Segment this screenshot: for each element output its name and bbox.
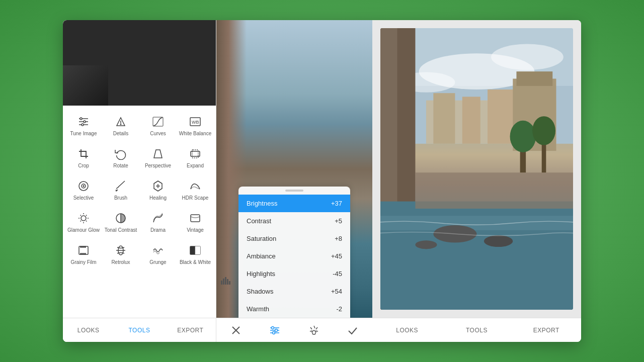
tune-button[interactable] xyxy=(265,320,285,340)
glamour-glow-icon xyxy=(76,211,91,225)
tool-glamour-label: Glamour Glow xyxy=(67,227,100,233)
svg-rect-66 xyxy=(380,216,573,230)
tool-vintage-label: Vintage xyxy=(187,227,204,233)
adj-row-ambiance[interactable]: Ambiance +45 xyxy=(238,247,350,265)
svg-point-74 xyxy=(532,116,555,145)
svg-text:WB: WB xyxy=(192,120,199,125)
drag-bar xyxy=(285,190,303,192)
left-nav-tools[interactable]: TOOLS xyxy=(114,318,165,342)
svg-rect-23 xyxy=(191,215,200,222)
tool-white-balance[interactable]: WB White Balance xyxy=(177,110,214,142)
svg-rect-36 xyxy=(225,277,226,285)
tool-rotate[interactable]: Rotate xyxy=(102,142,139,174)
adj-row-highlights[interactable]: Highlights -45 xyxy=(238,265,350,283)
adj-highlights-value: -45 xyxy=(333,270,342,278)
adj-row-shadows[interactable]: Shadows +54 xyxy=(238,283,350,300)
middle-panel: Brightness +37 Contrast +5 Saturation +8… xyxy=(216,20,372,342)
right-nav-looks[interactable]: LOOKS xyxy=(372,318,442,342)
perspective-icon xyxy=(151,147,165,161)
tool-expand-label: Expand xyxy=(187,163,204,169)
tool-perspective-label: Perspective xyxy=(145,163,171,169)
tool-expand[interactable]: Expand xyxy=(177,142,214,174)
svg-line-51 xyxy=(315,331,318,331)
adj-highlights-label: Highlights xyxy=(247,270,275,278)
svg-point-3 xyxy=(80,118,82,120)
tool-perspective[interactable]: Perspective xyxy=(139,142,177,174)
tool-details[interactable]: Details xyxy=(102,110,139,142)
rotate-icon xyxy=(114,147,128,161)
tool-brush[interactable]: Brush xyxy=(102,174,139,206)
adj-row-saturation[interactable]: Saturation +8 xyxy=(238,230,350,247)
magic-button[interactable] xyxy=(304,320,324,340)
tool-details-label: Details xyxy=(113,131,129,137)
svg-point-5 xyxy=(82,124,84,126)
curves-icon xyxy=(151,115,165,129)
adj-row-contrast[interactable]: Contrast +5 xyxy=(238,212,350,230)
grainy-film-icon xyxy=(76,243,91,257)
tool-black-white[interactable]: Black & White xyxy=(177,238,214,270)
adj-contrast-value: +5 xyxy=(335,217,342,225)
tool-grainy-label: Grainy Film xyxy=(70,259,96,265)
tool-rotate-label: Rotate xyxy=(113,163,128,169)
details-icon xyxy=(114,115,128,129)
right-nav-tools[interactable]: TOOLS xyxy=(442,318,511,342)
tool-healing-label: Healing xyxy=(149,195,167,201)
middle-bottom-nav xyxy=(216,318,372,342)
tool-selective-label: Selective xyxy=(73,195,94,201)
adj-row-warmth[interactable]: Warmth -2 xyxy=(238,300,350,318)
white-balance-icon: WB xyxy=(188,115,202,129)
healing-icon xyxy=(151,179,165,193)
tool-hdr-scape[interactable]: HDR Scape xyxy=(177,174,214,206)
brush-icon xyxy=(114,179,128,193)
adj-saturation-label: Saturation xyxy=(247,235,276,242)
svg-rect-64 xyxy=(516,71,552,86)
adj-saturation-value: +8 xyxy=(335,235,342,242)
svg-rect-38 xyxy=(229,281,230,285)
svg-point-68 xyxy=(484,235,513,247)
adj-warmth-label: Warmth xyxy=(247,305,269,313)
tool-curves[interactable]: Curves xyxy=(139,110,177,142)
adj-brightness-label: Brightness xyxy=(247,200,277,207)
tool-grainy-film[interactable]: Grainy Film xyxy=(65,238,102,270)
tool-healing[interactable]: Healing xyxy=(139,174,177,206)
svg-rect-34 xyxy=(221,281,222,285)
hdr-scape-icon xyxy=(188,179,202,193)
tool-drama[interactable]: Drama xyxy=(139,206,177,238)
left-nav-export[interactable]: EXPORT xyxy=(165,318,216,342)
tool-brush-label: Brush xyxy=(114,195,127,201)
left-nav-looks[interactable]: LOOKS xyxy=(63,318,114,342)
middle-photo-area: Brightness +37 Contrast +5 Saturation +8… xyxy=(216,20,372,318)
svg-line-47 xyxy=(314,326,315,328)
drag-handle[interactable] xyxy=(238,187,350,195)
adj-contrast-label: Contrast xyxy=(247,217,271,225)
tool-vintage[interactable]: Vintage xyxy=(177,206,214,238)
tool-grunge-label: Grunge xyxy=(149,259,166,265)
grunge-icon xyxy=(151,243,165,257)
svg-point-8 xyxy=(120,124,121,125)
svg-point-17 xyxy=(83,186,84,187)
svg-rect-29 xyxy=(83,253,84,254)
tool-drama-label: Drama xyxy=(150,227,166,233)
tool-glamour-glow[interactable]: Glamour Glow xyxy=(65,206,102,238)
black-white-icon xyxy=(188,243,202,257)
adj-row-brightness[interactable]: Brightness +37 xyxy=(238,195,350,212)
tool-retrolux[interactable]: Retrolux xyxy=(102,238,139,270)
confirm-button[interactable] xyxy=(343,320,363,340)
tool-crop[interactable]: Crop xyxy=(65,142,102,174)
preview-area xyxy=(63,20,216,106)
tool-tune-image[interactable]: Tune Image xyxy=(65,110,102,142)
svg-point-20 xyxy=(81,216,86,221)
adj-ambiance-label: Ambiance xyxy=(247,252,276,260)
tool-grunge[interactable]: Grunge xyxy=(139,238,177,270)
retrolux-icon xyxy=(114,243,128,257)
histogram-icon[interactable] xyxy=(220,276,231,287)
right-nav-export[interactable]: EXPORT xyxy=(512,318,581,342)
tool-tonal-contrast[interactable]: Tonal Contrast xyxy=(102,206,139,238)
svg-point-69 xyxy=(415,240,437,249)
svg-line-50 xyxy=(310,331,312,331)
right-photo-bg xyxy=(380,28,573,310)
cancel-button[interactable] xyxy=(226,320,246,340)
tool-selective[interactable]: Selective xyxy=(65,174,102,206)
tool-tonal-label: Tonal Contrast xyxy=(105,227,137,233)
svg-point-72 xyxy=(510,121,536,152)
